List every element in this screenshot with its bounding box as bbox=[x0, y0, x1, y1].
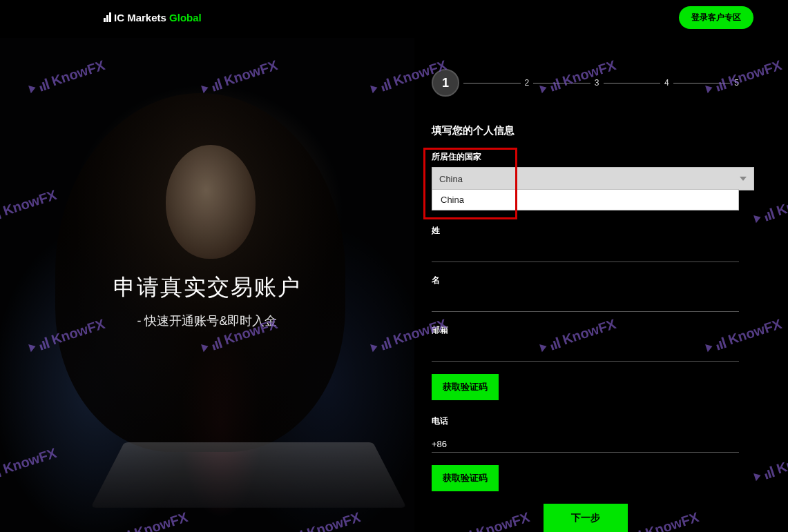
phone-prefix: +86 bbox=[432, 439, 447, 449]
chevron-down-icon bbox=[740, 177, 747, 181]
firstname-label: 名 bbox=[432, 275, 739, 286]
hero-shape-laptop bbox=[90, 442, 406, 508]
hero-subtitle: - 快速开通账号&即时入金 bbox=[0, 313, 414, 329]
header-bar: IC Markets Global 登录客户专区 bbox=[0, 0, 788, 35]
page-root: IC Markets Global 登录客户专区 申请真实交易账户 - 快速开通… bbox=[0, 0, 788, 532]
next-step-button[interactable]: 下一步 bbox=[544, 504, 628, 532]
signup-form: 1 2 3 4 5 填写您的个人信息 所居住的国家 China China 姓 bbox=[432, 69, 739, 532]
hero-shape-face bbox=[166, 145, 256, 259]
step-current: 1 bbox=[432, 69, 459, 97]
bars-icon bbox=[104, 12, 111, 22]
email-label: 邮箱 bbox=[432, 324, 739, 336]
get-phone-code-button[interactable]: 获取验证码 bbox=[432, 465, 499, 491]
hero-text: 申请真实交易账户 - 快速开通账号&即时入金 bbox=[0, 273, 414, 329]
country-dropdown[interactable]: China bbox=[432, 189, 739, 210]
step-indicator: 1 2 3 4 5 bbox=[432, 69, 739, 97]
phone-label: 电话 bbox=[432, 415, 739, 427]
step-seg-4: 4 bbox=[599, 78, 669, 88]
country-option-china[interactable]: China bbox=[432, 190, 738, 210]
field-surname: 姓 bbox=[432, 225, 739, 262]
step-seg-5: 5 bbox=[669, 78, 739, 88]
country-select[interactable]: China bbox=[432, 167, 754, 190]
watermark: KnowFX bbox=[752, 445, 788, 484]
email-input[interactable] bbox=[432, 340, 739, 362]
brand-text: IC Markets Global bbox=[114, 12, 202, 23]
get-email-code-button[interactable]: 获取验证码 bbox=[432, 374, 499, 400]
hero-title: 申请真实交易账户 bbox=[0, 273, 414, 303]
brand-logo: IC Markets Global bbox=[104, 12, 202, 23]
field-email: 邮箱 bbox=[432, 324, 739, 362]
form-section-title: 填写您的个人信息 bbox=[432, 124, 739, 137]
watermark: KnowFX bbox=[752, 187, 788, 226]
surname-label: 姓 bbox=[432, 225, 739, 237]
phone-input[interactable]: +86 bbox=[432, 431, 739, 453]
surname-input[interactable] bbox=[432, 241, 739, 262]
country-label: 所居住的国家 bbox=[432, 151, 739, 163]
firstname-input[interactable] bbox=[432, 290, 739, 312]
step-seg-3: 3 bbox=[529, 78, 599, 88]
field-country: 所居住的国家 China China bbox=[432, 151, 739, 190]
field-phone: 电话 +86 bbox=[432, 415, 739, 453]
step-seg-2: 2 bbox=[459, 78, 529, 88]
field-firstname: 名 bbox=[432, 275, 739, 312]
country-selected-value: China bbox=[439, 174, 463, 184]
country-select-wrap: China China bbox=[432, 167, 739, 190]
login-button[interactable]: 登录客户专区 bbox=[679, 6, 753, 29]
